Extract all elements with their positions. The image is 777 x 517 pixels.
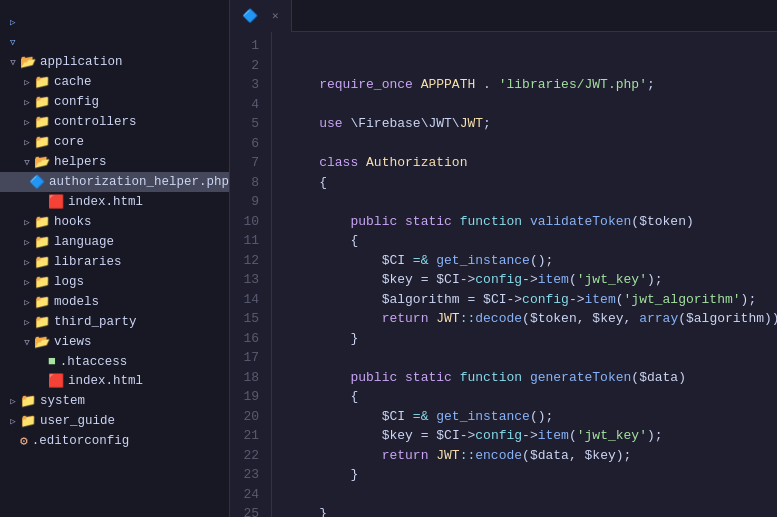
tree-item-cache[interactable]: ▷📁cache: [0, 72, 229, 92]
tree-arrow-icon: ▽: [20, 337, 34, 348]
tree-item-label: core: [54, 135, 84, 149]
sidebar-title: [0, 0, 229, 12]
line-numbers: 1234567891011121314151617181920212223242…: [230, 32, 272, 517]
tree-item-label: controllers: [54, 115, 137, 129]
tree-arrow-icon: ▷: [20, 137, 34, 148]
tree-item-icon: 📁: [34, 274, 50, 290]
line-number: 17: [238, 348, 259, 368]
line-number: 21: [238, 426, 259, 446]
tree-item-icon: 📂: [34, 334, 50, 350]
line-number: 23: [238, 465, 259, 485]
tree-item-system[interactable]: ▷📁system: [0, 391, 229, 411]
opened-editors-section[interactable]: ▷: [0, 12, 229, 32]
code-content[interactable]: require_once APPPATH . 'libraries/JWT.ph…: [272, 32, 777, 517]
tree-item-helpers[interactable]: ▽📂helpers: [0, 152, 229, 172]
tree-item-icon: 🟥: [48, 373, 64, 389]
line-number: 6: [238, 134, 259, 154]
code-line: {: [288, 173, 777, 193]
line-number: 15: [238, 309, 259, 329]
code-line: {: [288, 231, 777, 251]
tree-item-icon: 📁: [34, 134, 50, 150]
arrow-icon: ▷: [10, 17, 15, 28]
line-number: 8: [238, 173, 259, 193]
tree-item-authorization_helper[interactable]: 🔷authorization_helper.php: [0, 172, 229, 192]
tree-item-icon: 📂: [20, 54, 36, 70]
line-number: 16: [238, 329, 259, 349]
tree-item-icon: 📁: [20, 413, 36, 429]
line-number: 3: [238, 75, 259, 95]
tree-item-label: system: [40, 394, 85, 408]
code-line: require_once APPPATH . 'libraries/JWT.ph…: [288, 75, 777, 95]
line-number: 18: [238, 368, 259, 388]
tab-bar: 🔷 ✕: [230, 0, 777, 32]
tree-item-icon: 📁: [34, 94, 50, 110]
code-editor[interactable]: 1234567891011121314151617181920212223242…: [230, 32, 777, 517]
line-number: 25: [238, 504, 259, 517]
tree-item-icon: 🟥: [48, 194, 64, 210]
tree-arrow-icon: ▽: [6, 57, 20, 68]
tree-item-core[interactable]: ▷📁core: [0, 132, 229, 152]
sidebar: ▷ ▽ ▽📂application▷📁cache▷📁config▷📁contro…: [0, 0, 230, 517]
active-tab[interactable]: 🔷 ✕: [230, 0, 292, 32]
tree-item-label: application: [40, 55, 123, 69]
tree-item-language[interactable]: ▷📁language: [0, 232, 229, 252]
tree-item-views[interactable]: ▽📂views: [0, 332, 229, 352]
tree-item-config[interactable]: ▷📁config: [0, 92, 229, 112]
code-line: [288, 348, 777, 368]
line-number: 12: [238, 251, 259, 271]
tree-arrow-icon: ▷: [20, 257, 34, 268]
tree-item-application[interactable]: ▽📂application: [0, 52, 229, 72]
tree-item-label: helpers: [54, 155, 107, 169]
line-number: 24: [238, 485, 259, 505]
tree-item-index_html_1[interactable]: 🟥index.html: [0, 192, 229, 212]
tree-item-label: cache: [54, 75, 92, 89]
tree-item-label: index.html: [68, 195, 143, 209]
tree-item-label: models: [54, 295, 99, 309]
tree-arrow-icon: ▷: [20, 297, 34, 308]
file-tree: ▽📂application▷📁cache▷📁config▷📁controller…: [0, 52, 229, 517]
code-line: use \Firebase\JWT\JWT;: [288, 114, 777, 134]
code-line: }: [288, 465, 777, 485]
tree-item-htaccess[interactable]: ■.htaccess: [0, 352, 229, 371]
project-section[interactable]: ▽: [0, 32, 229, 52]
tree-arrow-icon: ▷: [6, 416, 20, 427]
tree-item-label: views: [54, 335, 92, 349]
tree-item-icon: 📂: [34, 154, 50, 170]
tree-item-icon: 📁: [34, 254, 50, 270]
code-line: $CI =& get_instance();: [288, 251, 777, 271]
tree-item-icon: 📁: [34, 234, 50, 250]
tree-item-controllers[interactable]: ▷📁controllers: [0, 112, 229, 132]
line-number: 22: [238, 446, 259, 466]
tab-close-button[interactable]: ✕: [272, 9, 279, 22]
tree-item-label: .htaccess: [60, 355, 128, 369]
code-line: return JWT::decode($token, $key, array($…: [288, 309, 777, 329]
tree-item-editorconfig[interactable]: ⚙.editorconfig: [0, 431, 229, 451]
tree-item-label: third_party: [54, 315, 137, 329]
tree-item-icon: 📁: [34, 314, 50, 330]
tree-item-models[interactable]: ▷📁models: [0, 292, 229, 312]
tree-item-label: hooks: [54, 215, 92, 229]
tree-item-logs[interactable]: ▷📁logs: [0, 272, 229, 292]
tree-item-index_html_2[interactable]: 🟥index.html: [0, 371, 229, 391]
tree-item-icon: ⚙: [20, 433, 28, 449]
tree-item-label: authorization_helper.php: [49, 175, 229, 189]
tree-item-label: .editorconfig: [32, 434, 130, 448]
code-line: [288, 56, 777, 76]
tree-arrow-icon: ▽: [20, 157, 34, 168]
tree-item-label: logs: [54, 275, 84, 289]
tree-item-libraries[interactable]: ▷📁libraries: [0, 252, 229, 272]
tree-item-third_party[interactable]: ▷📁third_party: [0, 312, 229, 332]
code-line: [288, 36, 777, 56]
tree-item-hooks[interactable]: ▷📁hooks: [0, 212, 229, 232]
code-line: {: [288, 387, 777, 407]
line-number: 1: [238, 36, 259, 56]
editor-panel: 🔷 ✕ 123456789101112131415161718192021222…: [230, 0, 777, 517]
tree-item-icon: 📁: [20, 393, 36, 409]
tree-arrow-icon: ▷: [20, 317, 34, 328]
tree-item-user_guide[interactable]: ▷📁user_guide: [0, 411, 229, 431]
line-number: 9: [238, 192, 259, 212]
project-arrow-icon: ▽: [10, 37, 15, 48]
tree-item-label: config: [54, 95, 99, 109]
code-line: $CI =& get_instance();: [288, 407, 777, 427]
tree-item-label: libraries: [54, 255, 122, 269]
